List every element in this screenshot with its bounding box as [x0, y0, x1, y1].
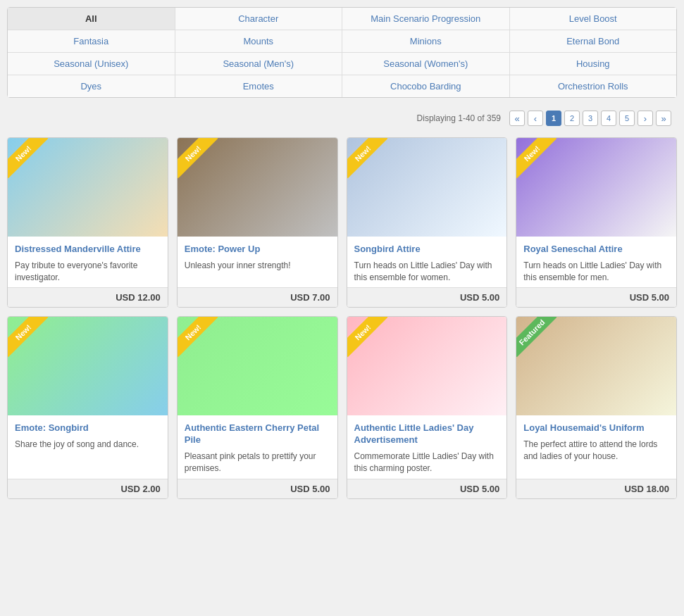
category-btn-chocobo[interactable]: Chocobo Barding — [342, 75, 510, 97]
card-body-p1: Distressed Manderville Attire Pay tribut… — [8, 237, 168, 287]
card-price-p2: USD 7.00 — [178, 287, 337, 307]
card-title-p4: Royal Seneschal Attire — [523, 244, 669, 256]
card-price-p8: USD 18.00 — [516, 479, 676, 498]
card-title-p6: Authentic Eastern Cherry Petal Pile — [185, 422, 330, 446]
product-card-p1[interactable]: New! Distressed Manderville Attire Pay t… — [7, 137, 168, 308]
card-image-p1: New! — [8, 138, 168, 237]
category-btn-all[interactable]: All — [8, 8, 175, 30]
pagination-bar: Displaying 1-40 of 359 « ‹ 1 2 3 4 5 › » — [7, 106, 677, 130]
card-desc-p1: Pay tribute to everyone's favorite inves… — [15, 260, 161, 284]
category-nav: AllCharacterMain Scenario ProgressionLev… — [7, 7, 677, 98]
product-card-p8[interactable]: Featured Loyal Housemaid's Uniform The p… — [516, 316, 677, 498]
product-card-p3[interactable]: New! Songbird Attire Turn heads on Littl… — [347, 137, 508, 308]
product-card-p2[interactable]: New! Emote: Power Up Unleash your inner … — [177, 137, 338, 308]
card-title-p5: Emote: Songbird — [15, 422, 161, 434]
last-page-btn[interactable]: » — [656, 111, 671, 126]
main-container: AllCharacterMain Scenario ProgressionLev… — [0, 0, 684, 515]
displaying-count: Displaying 1-40 of 359 — [417, 113, 501, 123]
card-body-p7: Authentic Little Ladies' Day Advertiseme… — [347, 415, 507, 478]
badge-p6: New! — [178, 317, 227, 366]
card-body-p2: Emote: Power Up Unleash your inner stren… — [178, 237, 337, 287]
category-btn-fantasia[interactable]: Fantasia — [8, 30, 175, 52]
card-title-p2: Emote: Power Up — [185, 244, 330, 256]
category-btn-dyes[interactable]: Dyes — [8, 75, 175, 97]
card-price-p5: USD 2.00 — [8, 479, 168, 498]
card-price-p7: USD 5.00 — [347, 479, 507, 498]
card-desc-p6: Pleasant pink petals to prettify your pr… — [185, 451, 330, 474]
card-body-p5: Emote: Songbird Share the joy of song an… — [8, 415, 168, 478]
product-card-p5[interactable]: New! Emote: Songbird Share the joy of so… — [7, 316, 168, 498]
card-title-p8: Loyal Housemaid's Uniform — [523, 422, 669, 434]
badge-p8: Featured — [516, 317, 566, 366]
card-desc-p3: Turn heads on Little Ladies' Day with th… — [354, 260, 500, 284]
badge-p4: New! — [516, 138, 566, 187]
product-grid: New! Distressed Manderville Attire Pay t… — [7, 137, 677, 499]
card-title-p7: Authentic Little Ladies' Day Advertiseme… — [354, 422, 500, 446]
category-btn-level-boost[interactable]: Level Boost — [510, 8, 677, 30]
product-card-p6[interactable]: New! Authentic Eastern Cherry Petal Pile… — [177, 316, 338, 498]
card-desc-p8: The perfect attire to attend the lords a… — [523, 439, 669, 474]
category-btn-seasonal-unisex[interactable]: Seasonal (Unisex) — [8, 53, 175, 75]
card-price-p1: USD 12.00 — [8, 287, 168, 307]
badge-p2: New! — [178, 138, 227, 187]
card-body-p4: Royal Seneschal Attire Turn heads on Lit… — [516, 237, 676, 287]
page-2-btn[interactable]: 2 — [564, 111, 580, 126]
badge-p7: New! — [347, 317, 397, 366]
badge-p5: New! — [8, 317, 57, 366]
card-image-p8: Featured — [516, 317, 676, 415]
page-4-btn[interactable]: 4 — [601, 111, 616, 126]
card-desc-p5: Share the joy of song and dance. — [15, 439, 161, 474]
card-title-p3: Songbird Attire — [354, 244, 500, 256]
category-btn-main-scenario[interactable]: Main Scenario Progression — [342, 8, 510, 30]
category-btn-minions[interactable]: Minions — [342, 30, 510, 52]
category-btn-eternal-bond[interactable]: Eternal Bond — [510, 30, 677, 52]
category-btn-seasonal-womens[interactable]: Seasonal (Women's) — [342, 53, 510, 75]
category-btn-orchestrion[interactable]: Orchestrion Rolls — [510, 75, 677, 97]
badge-p3: New! — [347, 138, 397, 187]
card-body-p6: Authentic Eastern Cherry Petal Pile Plea… — [178, 415, 337, 478]
page-3-btn[interactable]: 3 — [583, 111, 598, 126]
page-5-btn[interactable]: 5 — [619, 111, 635, 126]
category-btn-emotes[interactable]: Emotes — [175, 75, 343, 97]
card-image-p7: New! — [347, 317, 507, 415]
category-btn-seasonal-mens[interactable]: Seasonal (Men's) — [175, 53, 343, 75]
card-desc-p4: Turn heads on Little Ladies' Day with th… — [523, 260, 669, 284]
card-desc-p2: Unleash your inner strength! — [185, 260, 330, 284]
page-1-btn[interactable]: 1 — [546, 111, 561, 126]
card-image-p3: New! — [347, 138, 507, 237]
card-price-p4: USD 5.00 — [516, 287, 676, 307]
product-card-p7[interactable]: New! Authentic Little Ladies' Day Advert… — [347, 316, 508, 498]
card-image-p6: New! — [178, 317, 337, 415]
product-card-p4[interactable]: New! Royal Seneschal Attire Turn heads o… — [516, 137, 677, 308]
card-title-p1: Distressed Manderville Attire — [15, 244, 161, 256]
category-btn-character[interactable]: Character — [175, 8, 343, 30]
card-price-p6: USD 5.00 — [178, 479, 337, 498]
prev-page-btn[interactable]: ‹ — [528, 111, 543, 126]
card-desc-p7: Commemorate Little Ladies' Day with this… — [354, 451, 500, 474]
card-image-p4: New! — [516, 138, 676, 237]
first-page-btn[interactable]: « — [509, 111, 525, 126]
card-image-p5: New! — [8, 317, 168, 415]
category-btn-housing[interactable]: Housing — [510, 53, 677, 75]
card-body-p8: Loyal Housemaid's Uniform The perfect at… — [516, 415, 676, 478]
card-body-p3: Songbird Attire Turn heads on Little Lad… — [347, 237, 507, 287]
badge-p1: New! — [8, 138, 57, 187]
next-page-btn[interactable]: › — [638, 111, 653, 126]
card-price-p3: USD 5.00 — [347, 287, 507, 307]
card-image-p2: New! — [178, 138, 337, 237]
category-btn-mounts[interactable]: Mounts — [175, 30, 343, 52]
